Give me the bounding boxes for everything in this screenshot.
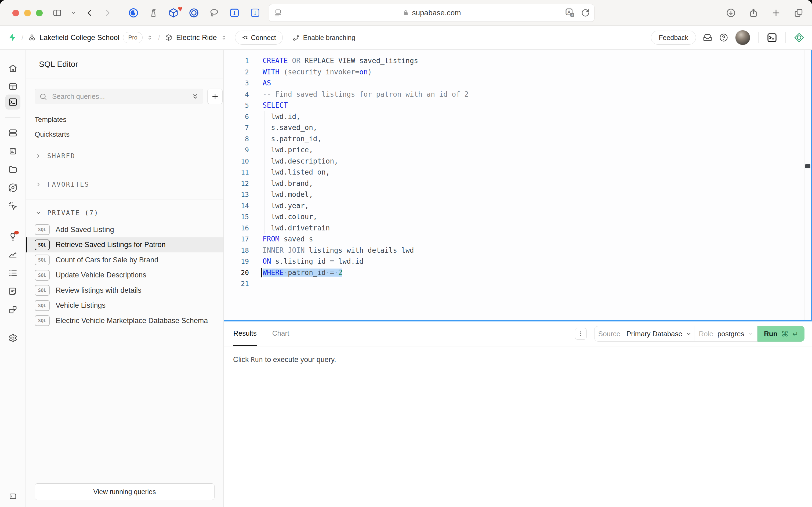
code-line[interactable]: 2WITH (security_invoker=on): [224, 67, 811, 78]
lasso-extension-icon[interactable]: [209, 8, 219, 18]
realtime-icon[interactable]: [6, 181, 19, 194]
api-docs-icon[interactable]: [6, 285, 19, 298]
org-switcher-chevrons-icon[interactable]: [147, 34, 153, 41]
section-private[interactable]: PRIVATE (7): [26, 207, 223, 219]
query-item[interactable]: SQLVehicle Listings: [26, 298, 223, 314]
view-running-queries-button[interactable]: View running queries: [35, 484, 215, 500]
sql-badge: SQL: [35, 239, 50, 250]
project-name[interactable]: Electric Ride: [176, 34, 217, 42]
code-line[interactable]: 20WHERE·patron_id·=·2: [224, 267, 811, 278]
translate-icon[interactable]: Ax: [565, 7, 575, 18]
query-item[interactable]: SQLUpdate Vehicle Descriptions: [26, 268, 223, 283]
advisor-notifications-icon[interactable]: [6, 230, 19, 243]
code-line[interactable]: 5SELECT: [224, 100, 811, 111]
share-icon[interactable]: [749, 8, 758, 18]
code-line[interactable]: 10 lwd.description,: [224, 156, 811, 167]
search-queries-field[interactable]: [35, 89, 203, 104]
help-icon[interactable]: [719, 33, 728, 42]
settings-icon[interactable]: [6, 332, 19, 344]
section-shared[interactable]: SHARED: [26, 150, 223, 163]
authentication-icon[interactable]: [6, 145, 19, 158]
minimize-window-button[interactable]: [24, 10, 31, 16]
password-manager-extension-icon[interactable]: [189, 8, 199, 18]
code-line[interactable]: 9 lwd.price,: [224, 145, 811, 156]
chevron-down-icon[interactable]: [71, 10, 76, 15]
code-line[interactable]: 21: [224, 278, 811, 289]
tab-chart[interactable]: Chart: [272, 322, 289, 346]
query-item[interactable]: SQLAdd Saved Listing: [26, 222, 223, 237]
notes-alt-extension-icon[interactable]: I: [250, 7, 260, 18]
ai-assistant-icon[interactable]: [794, 32, 805, 43]
back-icon[interactable]: [85, 9, 94, 17]
collapse-panel-icon[interactable]: [6, 490, 19, 503]
code-line[interactable]: 8 s.patron_id,: [224, 133, 811, 145]
tab-results[interactable]: Results: [233, 322, 257, 346]
search-input[interactable]: [35, 89, 203, 104]
query-item[interactable]: SQLElectric Vehicle Marketplace Database…: [26, 313, 223, 328]
code-line[interactable]: 1CREATE OR REPLACE VIEW saved_listings: [224, 55, 811, 67]
connect-button[interactable]: Connect: [235, 31, 283, 45]
home-icon[interactable]: [6, 62, 19, 75]
sql-editor-icon[interactable]: [5, 95, 20, 110]
enable-branching-button[interactable]: Enable branching: [292, 34, 355, 42]
cleaner-extension-icon[interactable]: [149, 8, 158, 18]
database-select[interactable]: Primary Database: [624, 326, 694, 341]
run-button[interactable]: Run ⌘ ↵: [757, 326, 805, 342]
reload-icon[interactable]: [581, 8, 590, 17]
dark-mode-extension-icon[interactable]: [128, 8, 138, 18]
new-tab-icon[interactable]: [771, 8, 781, 18]
url-text[interactable]: supabase.com: [412, 9, 461, 17]
double-chevron-down-icon[interactable]: [191, 93, 199, 102]
query-item[interactable]: SQLReview listings with details: [26, 283, 223, 298]
sidebar-toggle-icon[interactable]: [53, 8, 62, 17]
address-bar[interactable]: supabase.com Ax: [269, 4, 594, 22]
new-query-button[interactable]: [207, 89, 223, 104]
database-icon[interactable]: [6, 126, 19, 139]
code-line[interactable]: 14 lwd.year,: [224, 200, 811, 212]
code-line[interactable]: 7 s.saved_on,: [224, 122, 811, 133]
window-controls[interactable]: [12, 10, 43, 16]
terminal-panel-icon[interactable]: [767, 32, 777, 43]
role-select[interactable]: Role postgres: [694, 326, 757, 341]
sql-badge: SQL: [35, 315, 50, 326]
storage-icon[interactable]: [6, 163, 19, 176]
code-editor[interactable]: 1CREATE OR REPLACE VIEW saved_listings2W…: [224, 50, 812, 320]
code-lines: 1CREATE OR REPLACE VIEW saved_listings2W…: [224, 50, 811, 320]
code-line[interactable]: 6 lwd.id,: [224, 111, 811, 122]
package-extension-icon[interactable]: ♥: [168, 7, 179, 18]
code-line[interactable]: 12 lwd.brand,: [224, 178, 811, 189]
code-line[interactable]: 13 lwd.model,: [224, 189, 811, 200]
avatar[interactable]: [735, 30, 750, 45]
quickstarts-link[interactable]: Quickstarts: [35, 128, 69, 141]
code-line[interactable]: 11 lwd.listed_on,: [224, 167, 811, 178]
logs-icon[interactable]: [6, 267, 19, 280]
notes-extension-icon[interactable]: I: [229, 7, 240, 18]
query-item[interactable]: SQLCount of Cars for Sale by Brand: [26, 252, 223, 268]
code-line[interactable]: 18INNER JOIN listings_with_details lwd: [224, 245, 811, 256]
code-line[interactable]: 19ON s.listing_id = lwd.id: [224, 256, 811, 267]
feedback-button[interactable]: Feedback: [651, 31, 696, 45]
zoom-window-button[interactable]: [36, 10, 43, 16]
inbox-icon[interactable]: [703, 33, 712, 42]
query-item[interactable]: SQLRetrieve Saved Listings for Patron: [26, 237, 223, 253]
close-window-button[interactable]: [12, 10, 19, 16]
advisors-pointer-icon[interactable]: [6, 200, 19, 212]
code-line[interactable]: 15 lwd.colour,: [224, 211, 811, 223]
table-editor-icon[interactable]: [6, 80, 19, 93]
supabase-logo[interactable]: [7, 33, 17, 43]
forward-icon[interactable]: [103, 9, 112, 17]
section-favorites[interactable]: FAVORITES: [26, 178, 223, 191]
org-name[interactable]: Lakefield College School: [40, 34, 119, 42]
code-line[interactable]: 4-- Find saved listings for patron with …: [224, 89, 811, 100]
integrations-icon[interactable]: [6, 303, 19, 316]
scrollbar-thumb[interactable]: [805, 164, 810, 168]
templates-link[interactable]: Templates: [35, 113, 67, 126]
tab-overview-icon[interactable]: [794, 8, 803, 18]
project-switcher-chevrons-icon[interactable]: [221, 34, 227, 41]
downloads-icon[interactable]: [726, 8, 736, 18]
code-line[interactable]: 3AS: [224, 77, 811, 89]
reports-icon[interactable]: [6, 248, 19, 261]
more-options-button[interactable]: [575, 328, 587, 340]
code-line[interactable]: 16 lwd.drivetrain: [224, 223, 811, 234]
code-line[interactable]: 17FROM saved s: [224, 234, 811, 245]
